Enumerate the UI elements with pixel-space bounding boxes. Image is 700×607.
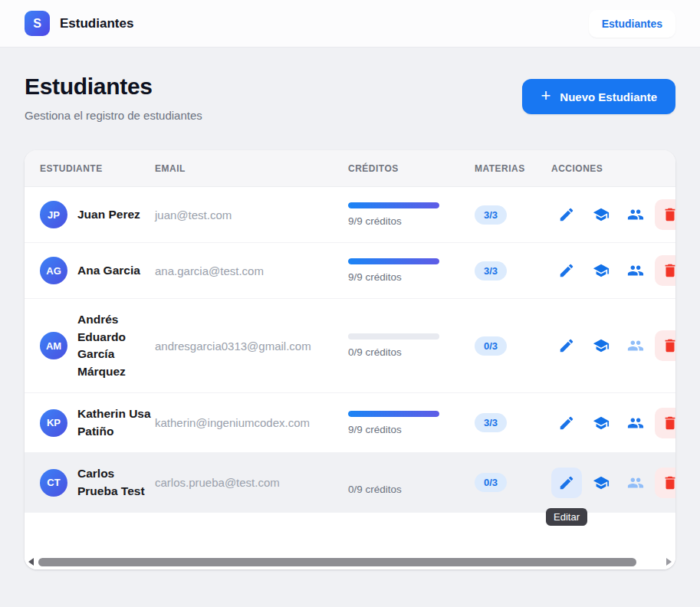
enroll-button[interactable] [620, 468, 651, 498]
people-icon [627, 206, 644, 223]
subjects-button[interactable] [586, 255, 616, 286]
avatar: CT [40, 469, 67, 497]
app-title: Estudiantes [60, 16, 133, 31]
column-header-acciones: ACCIONES [551, 163, 675, 174]
trash-icon [662, 206, 675, 223]
subjects-button[interactable] [586, 330, 616, 361]
graduation-cap-icon [593, 415, 610, 431]
edit-button[interactable]: Editar [551, 330, 582, 361]
pencil-icon [558, 474, 575, 491]
delete-button[interactable] [655, 468, 675, 498]
credits-progress-bar [348, 258, 439, 264]
edit-button[interactable]: Editar [551, 199, 582, 230]
page-title: Estudiantes [25, 74, 202, 100]
people-icon [627, 415, 644, 431]
student-name: Juan Perez [77, 206, 151, 224]
nav-item-estudiantes[interactable]: Estudiantes [589, 10, 675, 38]
materias-badge: 0/3 [475, 473, 507, 492]
materias-badge: 3/3 [475, 413, 507, 432]
delete-button[interactable] [655, 330, 675, 361]
pencil-icon [558, 262, 575, 279]
trash-icon [662, 474, 675, 491]
table-row: CT Carlos Prueba Test carlos.prueba@test… [25, 453, 675, 513]
edit-button[interactable]: Editar [551, 468, 582, 498]
subjects-button[interactable] [586, 199, 616, 230]
enroll-button[interactable] [620, 255, 651, 286]
enroll-button[interactable] [620, 408, 651, 438]
materias-badge: 3/3 [475, 261, 507, 281]
students-table: ESTUDIANTE EMAIL CRÉDITOS MATERIAS ACCIO… [25, 150, 675, 513]
delete-button[interactable] [655, 255, 675, 286]
student-email: carlos.prueba@test.com [155, 476, 280, 489]
credits-progress-fill [348, 258, 439, 264]
scroll-left-arrow-icon[interactable] [28, 558, 34, 566]
enroll-button[interactable] [620, 330, 651, 361]
student-email: juan@test.com [155, 208, 232, 221]
edit-button[interactable]: Editar [551, 255, 582, 286]
table-row: AM Andrés Eduardo García Márquez andresg… [25, 299, 675, 393]
pencil-icon [558, 206, 575, 223]
page-subtitle: Gestiona el registro de estudiantes [25, 109, 202, 122]
credits-label: 0/9 créditos [348, 484, 470, 495]
credits-progress-bar [348, 411, 439, 417]
enroll-button[interactable] [620, 199, 651, 230]
pencil-icon [558, 337, 575, 354]
credits-progress-bar [348, 202, 439, 208]
new-student-button[interactable]: + Nuevo Estudiante [522, 79, 675, 114]
avatar: JP [40, 201, 67, 228]
column-header-creditos: CRÉDITOS [348, 163, 470, 174]
top-bar: S Estudiantes Estudiantes [0, 0, 700, 48]
subjects-button[interactable] [586, 408, 616, 438]
scrollbar-thumb[interactable] [38, 558, 636, 566]
materias-badge: 0/3 [475, 336, 507, 356]
credits-label: 0/9 créditos [348, 346, 470, 358]
student-name: Ana Garcia [77, 262, 151, 280]
trash-icon [662, 262, 675, 279]
students-table-card: ESTUDIANTE EMAIL CRÉDITOS MATERIAS ACCIO… [25, 150, 675, 569]
scroll-right-arrow-icon[interactable] [666, 558, 672, 566]
credits-progress-fill [348, 202, 439, 208]
people-icon [627, 474, 644, 491]
credits-label: 9/9 créditos [348, 424, 470, 435]
page-head: Estudiantes Gestiona el registro de estu… [25, 74, 675, 122]
edit-tooltip: Editar [546, 508, 587, 526]
credits-label: 9/9 créditos [348, 215, 470, 227]
column-header-materias: MATERIAS [470, 163, 551, 174]
graduation-cap-icon [593, 206, 610, 223]
student-email: ana.garcia@test.com [155, 264, 264, 277]
student-email: katherin@ingeniumcodex.com [155, 416, 310, 429]
delete-button[interactable] [655, 408, 675, 438]
credits-progress-bar [348, 333, 439, 340]
avatar: AM [40, 332, 67, 359]
graduation-cap-icon [593, 474, 610, 491]
table-body: JP Juan Perez juan@test.com 9/9 créditos… [25, 187, 675, 513]
people-icon [627, 262, 644, 279]
plus-icon: + [541, 87, 550, 104]
student-name: Andrés Eduardo García Márquez [77, 311, 151, 380]
credits-label: 9/9 créditos [348, 271, 470, 283]
subjects-button[interactable] [586, 468, 616, 498]
avatar: AG [40, 257, 67, 284]
student-name: Katherin Usa Patiño [77, 405, 151, 440]
table-row: KP Katherin Usa Patiño katherin@ingenium… [25, 393, 675, 453]
main-content: Estudiantes Gestiona el registro de estu… [0, 48, 700, 569]
scrollbar-track[interactable] [38, 558, 662, 566]
graduation-cap-icon [593, 262, 610, 279]
table-row: AG Ana Garcia ana.garcia@test.com 9/9 cr… [25, 243, 675, 299]
brand: S Estudiantes [25, 11, 133, 36]
edit-button[interactable]: Editar [551, 408, 582, 438]
people-icon [627, 337, 644, 354]
avatar: KP [40, 409, 67, 437]
table-row: JP Juan Perez juan@test.com 9/9 créditos… [25, 187, 675, 243]
credits-progress-fill [348, 411, 439, 417]
trash-icon [662, 415, 675, 431]
graduation-cap-icon [593, 337, 610, 354]
new-student-label: Nuevo Estudiante [560, 90, 657, 103]
student-name: Carlos Prueba Test [77, 465, 151, 500]
app-logo-icon: S [25, 11, 50, 36]
table-header-row: ESTUDIANTE EMAIL CRÉDITOS MATERIAS ACCIO… [25, 150, 675, 187]
pencil-icon [558, 415, 575, 431]
delete-button[interactable] [655, 199, 675, 230]
trash-icon [662, 337, 675, 354]
column-header-email: EMAIL [155, 163, 348, 174]
